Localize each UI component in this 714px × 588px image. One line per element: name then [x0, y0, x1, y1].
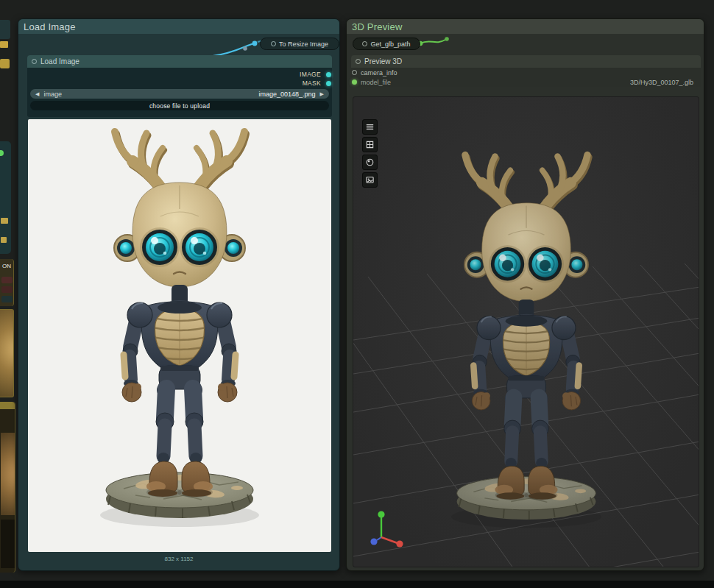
slot-dot-green[interactable]	[352, 79, 357, 85]
viewport-toolbar	[362, 119, 378, 188]
widget-value: 3D/Hy3D_00107_.glb	[630, 79, 693, 86]
preview-3d-group-title: 3D Preview	[352, 21, 402, 32]
slot-dot-green[interactable]	[0, 150, 4, 156]
partial-node-titlebar	[0, 402, 15, 409]
partial-node-fragment[interactable]	[0, 20, 10, 39]
partial-node-fragment[interactable]	[0, 59, 10, 68]
load-image-group-header[interactable]: Load Image	[18, 19, 339, 34]
to-resize-image-collapsed-node[interactable]: To Resize Image	[260, 38, 339, 50]
palette-icon[interactable]	[362, 155, 378, 170]
collapse-dot-icon	[362, 41, 367, 46]
load-image-group-node[interactable]: Load Image To Resize Image Load Image IM…	[18, 18, 340, 571]
axis-gizmo[interactable]	[368, 508, 406, 549]
image-resolution-caption: 832 x 1152	[18, 556, 339, 562]
bottom-bar	[0, 581, 714, 588]
partial-node-fragment[interactable]: ON	[0, 259, 14, 306]
preview-3d-group-header[interactable]: 3D Preview	[347, 19, 704, 34]
get-glb-path-collapsed-node[interactable]: Get_glb_path	[353, 38, 420, 50]
widget-label: image	[43, 91, 62, 98]
output-label: IMAGE	[300, 71, 321, 78]
menu-icon[interactable]	[362, 119, 378, 135]
collapse-toggle-icon[interactable]	[356, 59, 361, 64]
partial-widget	[1, 237, 7, 243]
character-illustration	[62, 122, 297, 549]
widget-label: model_file	[361, 79, 391, 86]
partial-image-thumbnail[interactable]	[0, 309, 14, 397]
axis-z-handle	[370, 538, 377, 545]
partial-node-fragment[interactable]	[0, 41, 8, 48]
partial-node-label: ON	[2, 263, 11, 269]
partial-node-fragment[interactable]	[0, 402, 15, 573]
partial-widget	[1, 296, 13, 302]
grid-icon[interactable]	[362, 137, 378, 152]
output-row-mask: MASK	[27, 79, 332, 88]
partial-widget	[1, 218, 8, 224]
partial-node-fragment[interactable]	[0, 141, 11, 254]
collapsed-node-label: To Resize Image	[279, 40, 328, 48]
input-slot-camera-info[interactable]	[352, 70, 357, 75]
partial-widget	[1, 277, 13, 283]
image-preview	[28, 119, 331, 552]
next-arrow-icon[interactable]: ▶	[320, 89, 324, 99]
load-image-node-body: IMAGE MASK ◀ image image_00148_.png ▶ ch…	[27, 68, 332, 117]
3d-viewport[interactable]	[353, 96, 699, 567]
node-canvas[interactable]: ON Load Image To Resize Image Load Image	[0, 0, 714, 588]
choose-file-button[interactable]: choose file to upload	[30, 101, 329, 110]
character-3d-render	[415, 146, 637, 549]
preview-3d-node-header[interactable]: Preview 3D	[351, 55, 701, 68]
partial-panel	[1, 520, 15, 568]
load-image-node-header[interactable]: Load Image	[27, 55, 332, 68]
axis-y-handle	[378, 511, 384, 517]
partial-image-thumbnail	[1, 433, 15, 515]
preview-3d-node-title: Preview 3D	[364, 57, 402, 65]
output-row-image: IMAGE	[27, 68, 332, 79]
output-slot-image[interactable]	[326, 72, 331, 77]
input-label: camera_info	[361, 69, 397, 77]
partial-widget	[1, 286, 13, 293]
collapse-dot-icon	[271, 41, 276, 46]
model-file-widget[interactable]: model_file 3D/Hy3D_00107_.glb	[351, 77, 701, 87]
preview-3d-group-node[interactable]: 3D Preview Get_glb_path Preview 3D camer…	[346, 18, 704, 571]
image-filename-widget[interactable]: ◀ image image_00148_.png ▶	[30, 89, 329, 99]
widget-value: image_00148_.png	[259, 91, 316, 98]
collapse-toggle-icon[interactable]	[32, 59, 37, 64]
image-icon[interactable]	[362, 172, 378, 188]
axis-x-handle	[396, 540, 403, 547]
output-slot-mask[interactable]	[326, 81, 331, 86]
preview-3d-node-body: camera_info model_file 3D/Hy3D_00107_.gl…	[351, 68, 701, 87]
prev-arrow-icon[interactable]: ◀	[35, 89, 39, 99]
camera-info-input-row: camera_info	[351, 68, 701, 77]
load-image-node-title: Load Image	[40, 57, 79, 65]
load-image-group-title: Load Image	[24, 21, 76, 32]
collapsed-node-label: Get_glb_path	[370, 40, 410, 48]
output-label: MASK	[303, 79, 321, 87]
